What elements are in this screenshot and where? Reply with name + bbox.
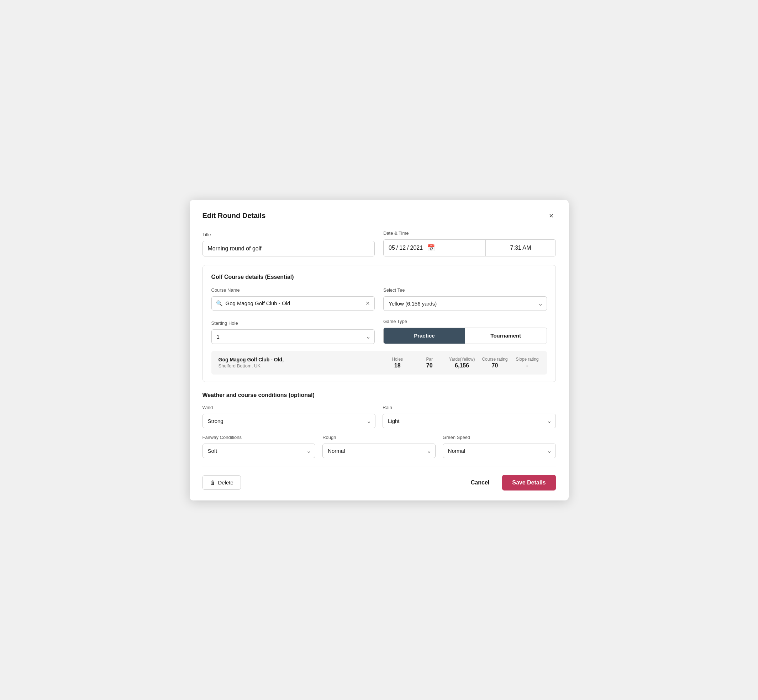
select-tee-group: Select Tee Yellow (6,156 yards) ⌄ [383, 288, 547, 311]
yards-value: 6,156 [455, 362, 469, 369]
green-speed-label: Green Speed [443, 434, 556, 440]
date-time-label: Date & Time [383, 230, 556, 236]
slope-rating-value: - [526, 362, 528, 369]
course-name-tee-row: Course Name 🔍 ✕ Select Tee Yellow (6,156… [211, 288, 547, 311]
rain-group: Rain None Light Moderate Heavy ⌄ [382, 405, 556, 428]
course-name-input[interactable] [226, 300, 363, 306]
par-value: 70 [426, 362, 433, 369]
rain-dropdown[interactable]: None Light Moderate Heavy [382, 414, 556, 428]
course-info-card: Gog Magog Golf Club - Old, Shelford Bott… [211, 351, 547, 375]
game-type-group: Game Type Practice Tournament [383, 319, 547, 344]
course-section-title: Golf Course details (Essential) [211, 274, 547, 280]
wind-rain-row: Wind Calm Light Moderate Strong Very Str… [202, 405, 556, 428]
search-icon: 🔍 [216, 300, 223, 306]
course-rating-label: Course rating [482, 357, 507, 362]
trash-icon: 🗑 [210, 480, 215, 486]
slope-rating-label: Slope rating [516, 357, 539, 362]
starting-hole-group: Starting Hole 1 2 10 ⌄ [211, 320, 375, 344]
wind-container: Calm Light Moderate Strong Very Strong ⌄ [202, 414, 376, 428]
save-button[interactable]: Save Details [502, 475, 556, 491]
green-speed-group: Green Speed Slow Normal Fast Very Fast ⌄ [443, 434, 556, 458]
course-stat-holes: Holes 18 [385, 357, 410, 369]
course-stat-rating: Course rating 70 [482, 357, 507, 369]
starting-hole-dropdown[interactable]: 1 2 10 [211, 330, 375, 344]
holes-value: 18 [394, 362, 401, 369]
select-tee-dropdown[interactable]: Yellow (6,156 yards) [383, 296, 547, 311]
course-name-input-wrap[interactable]: 🔍 ✕ [211, 296, 375, 311]
title-field-group: Title [202, 232, 375, 256]
fairway-group: Fairway Conditions Dry Normal Soft Wet ⌄ [202, 434, 316, 458]
course-stat-yards: Yards(Yellow) 6,156 [449, 357, 475, 369]
course-stat-slope: Slope rating - [515, 357, 540, 369]
wind-label: Wind [202, 405, 376, 410]
title-input[interactable] [202, 241, 375, 256]
yards-label: Yards(Yellow) [449, 357, 475, 362]
rough-group: Rough Short Normal Long Very Long ⌄ [323, 434, 435, 458]
starting-hole-label: Starting Hole [211, 320, 375, 326]
fairway-rough-green-row: Fairway Conditions Dry Normal Soft Wet ⌄… [202, 434, 556, 458]
green-speed-dropdown[interactable]: Slow Normal Fast Very Fast [443, 444, 556, 458]
course-stat-par: Par 70 [417, 357, 442, 369]
game-type-toggle: Practice Tournament [383, 328, 547, 344]
course-rating-value: 70 [492, 362, 498, 369]
weather-section: Weather and course conditions (optional)… [202, 392, 556, 458]
tournament-button[interactable]: Tournament [465, 328, 547, 344]
date-year: 2021 [410, 245, 423, 251]
title-label: Title [202, 232, 375, 237]
game-type-label: Game Type [383, 319, 547, 324]
date-sep2: / [407, 245, 409, 251]
cancel-button[interactable]: Cancel [465, 476, 495, 489]
select-tee-label: Select Tee [383, 288, 547, 293]
date-sep1: / [396, 245, 398, 251]
date-time-field-group: Date & Time 05 / 12 / 2021 📅 7:31 AM [383, 230, 556, 256]
clear-icon[interactable]: ✕ [365, 300, 370, 306]
title-date-row: Title Date & Time 05 / 12 / 2021 📅 7:31 … [202, 230, 556, 256]
close-button[interactable]: × [547, 211, 556, 220]
rough-dropdown[interactable]: Short Normal Long Very Long [323, 444, 435, 458]
select-tee-container: Yellow (6,156 yards) ⌄ [383, 296, 547, 311]
wind-group: Wind Calm Light Moderate Strong Very Str… [202, 405, 376, 428]
course-info-name: Gog Magog Golf Club - Old, [219, 357, 378, 362]
rain-container: None Light Moderate Heavy ⌄ [382, 414, 556, 428]
par-label: Par [426, 357, 433, 362]
rough-container: Short Normal Long Very Long ⌄ [323, 444, 435, 458]
starting-hole-game-row: Starting Hole 1 2 10 ⌄ Game Type Practic… [211, 319, 547, 344]
wind-dropdown[interactable]: Calm Light Moderate Strong Very Strong [202, 414, 376, 428]
date-day: 12 [399, 245, 406, 251]
green-speed-container: Slow Normal Fast Very Fast ⌄ [443, 444, 556, 458]
delete-label: Delete [218, 480, 233, 486]
time-part[interactable]: 7:31 AM [486, 240, 555, 256]
delete-button[interactable]: 🗑 Delete [202, 475, 241, 490]
course-info-name-block: Gog Magog Golf Club - Old, Shelford Bott… [219, 357, 378, 369]
time-value: 7:31 AM [510, 245, 531, 251]
course-info-location: Shelford Bottom, UK [219, 363, 378, 369]
rough-label: Rough [323, 434, 435, 440]
course-name-group: Course Name 🔍 ✕ [211, 288, 375, 311]
date-month: 05 [388, 245, 395, 251]
practice-button[interactable]: Practice [384, 328, 465, 344]
calendar-icon: 📅 [427, 244, 435, 252]
starting-hole-container: 1 2 10 ⌄ [211, 330, 375, 344]
actions-right: Cancel Save Details [465, 475, 556, 491]
fairway-dropdown[interactable]: Dry Normal Soft Wet [202, 444, 316, 458]
fairway-label: Fairway Conditions [202, 434, 316, 440]
fairway-container: Dry Normal Soft Wet ⌄ [202, 444, 316, 458]
date-time-row: 05 / 12 / 2021 📅 7:31 AM [383, 239, 556, 256]
course-name-label: Course Name [211, 288, 375, 293]
modal-header: Edit Round Details × [202, 211, 556, 220]
actions-row: 🗑 Delete Cancel Save Details [202, 467, 556, 491]
weather-section-title: Weather and course conditions (optional) [202, 392, 556, 398]
modal-title: Edit Round Details [202, 212, 266, 220]
holes-label: Holes [392, 357, 403, 362]
rain-label: Rain [382, 405, 556, 410]
edit-round-modal: Edit Round Details × Title Date & Time 0… [190, 200, 568, 500]
date-part[interactable]: 05 / 12 / 2021 📅 [384, 240, 486, 256]
course-details-section: Golf Course details (Essential) Course N… [202, 265, 556, 382]
